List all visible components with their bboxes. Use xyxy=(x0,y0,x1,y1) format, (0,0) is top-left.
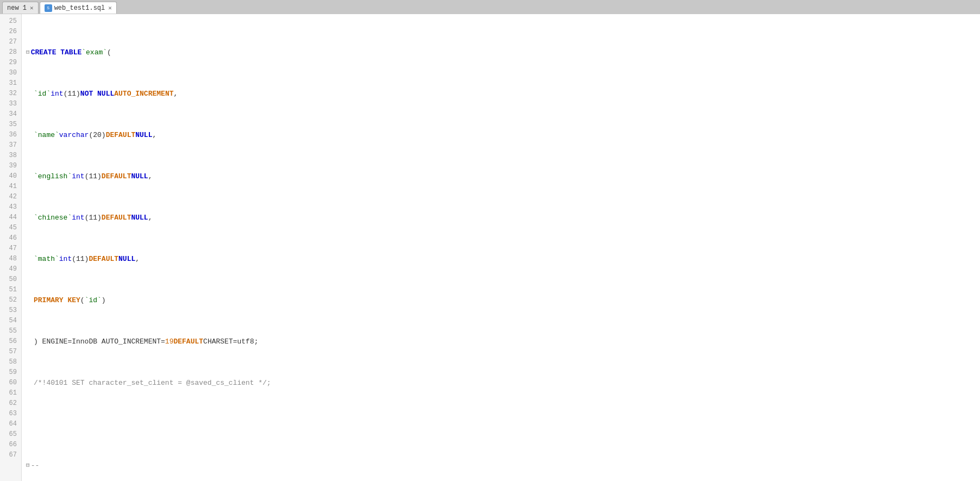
code-line-30: `math` int(11) DEFAULT NULL, xyxy=(26,254,980,264)
code-editor[interactable]: ⊟CREATE TABLE `exam` ( `id` int(11) NOT … xyxy=(22,14,980,481)
code-line-29: `chinese` int(11) DEFAULT NULL, xyxy=(26,213,980,223)
fold-25[interactable]: ⊟ xyxy=(26,47,30,58)
tab-web-test1-label: web_test1.sql xyxy=(54,4,105,12)
line-numbers: 25 26 27 28 29 30 31 32 33 34 35 36 37 3… xyxy=(0,14,22,481)
tab-new1[interactable]: new 1 ✕ xyxy=(2,2,39,14)
code-line-32: ) ENGINE=InnoDB AUTO_INCREMENT=19 DEFAUL… xyxy=(26,336,980,347)
code-line-26: `id` int(11) NOT NULL AUTO_INCREMENT, xyxy=(26,89,980,99)
editor-area: 25 26 27 28 29 30 31 32 33 34 35 36 37 3… xyxy=(0,14,980,481)
tab-new1-close[interactable]: ✕ xyxy=(30,4,34,11)
tab-web-test1-close[interactable]: ✕ xyxy=(108,4,112,11)
code-line-27: `name` varchar(20) DEFAULT NULL, xyxy=(26,130,980,140)
code-line-35: ⊟-- xyxy=(26,460,980,471)
tab-new1-label: new 1 xyxy=(7,4,27,12)
code-line-25: ⊟CREATE TABLE `exam` ( xyxy=(26,47,980,58)
code-line-28: `english` int(11) DEFAULT NULL, xyxy=(26,171,980,182)
tab-web-test1[interactable]: S web_test1.sql ✕ xyxy=(40,2,117,14)
code-line-34 xyxy=(26,419,980,429)
fold-35[interactable]: ⊟ xyxy=(26,460,30,471)
tab-bar: new 1 ✕ S web_test1.sql ✕ xyxy=(0,0,980,14)
code-line-31: PRIMARY KEY (`id`) xyxy=(26,295,980,305)
sql-file-icon: S xyxy=(45,4,52,12)
code-line-33: /*!40101 SET character_set_client = @sav… xyxy=(26,378,980,388)
app-window: new 1 ✕ S web_test1.sql ✕ 25 26 27 28 29… xyxy=(0,0,980,481)
